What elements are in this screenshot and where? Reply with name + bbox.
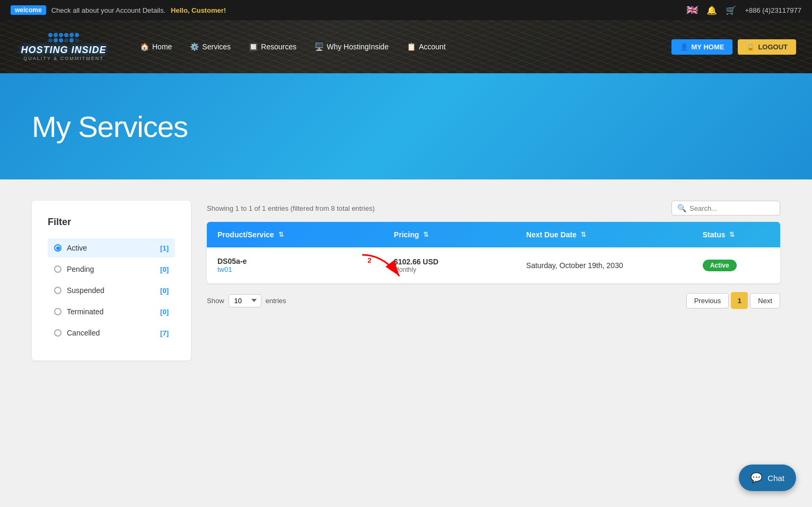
- price: $102.66 USD: [394, 257, 439, 266]
- td-due-date: Saturday, October 19th, 2030: [516, 247, 692, 283]
- td-status: Active: [692, 247, 780, 283]
- search-icon: 🔍: [677, 204, 686, 212]
- td-pricing: 2 $102.66 USD Monthly: [383, 247, 516, 283]
- nav-item-home[interactable]: 🏠 Home: [133, 39, 179, 54]
- price-period: Monthly: [394, 266, 505, 273]
- filter-item-active[interactable]: Active [1]: [48, 238, 175, 257]
- nav-item-why[interactable]: 🖥️ Why HostingInside: [307, 39, 396, 54]
- account-icon: 📋: [407, 42, 416, 51]
- pagination-buttons: Previous 1 Next: [686, 292, 780, 309]
- logo-dot: [75, 33, 79, 37]
- filter-item-suspended[interactable]: Suspended [0]: [48, 281, 175, 300]
- table-row[interactable]: DS05a-e tw01: [207, 247, 780, 283]
- logo-subtext: QUALITY & COMMITMENT: [23, 56, 103, 61]
- th-pricing[interactable]: Pricing ⇅: [383, 222, 516, 247]
- nav-item-account[interactable]: 📋 Account: [399, 39, 453, 54]
- th-pricing-label: Pricing: [394, 230, 419, 239]
- bell-icon[interactable]: 🔔: [706, 5, 717, 15]
- filter-count-suspended: [0]: [160, 287, 169, 295]
- logo-dot: [64, 33, 68, 37]
- th-status-label: Status: [703, 230, 726, 239]
- home-icon: 🏠: [140, 42, 149, 51]
- sort-icon-due: ⇅: [581, 231, 586, 238]
- nav-label-services: Services: [202, 42, 231, 51]
- pagination-row: Show 10 25 50 100 entries Previous 1 Nex…: [207, 292, 780, 309]
- search-input[interactable]: [689, 204, 774, 212]
- table-area: Showing 1 to 1 of 1 entries (filtered fr…: [207, 201, 780, 309]
- logo-dot: [59, 33, 63, 37]
- nav-item-services[interactable]: ⚙️ Services: [182, 39, 238, 54]
- status-badge: Active: [703, 260, 737, 271]
- table-head: Product/Service ⇅ Pricing ⇅ Next Due Dat…: [207, 222, 780, 247]
- filter-count-cancelled: [7]: [160, 329, 169, 337]
- radio-pending: [54, 265, 62, 273]
- filter-title: Filter: [48, 217, 175, 228]
- page-number-1[interactable]: 1: [731, 292, 748, 309]
- radio-active: [54, 244, 62, 252]
- filter-item-left: Suspended: [54, 286, 104, 295]
- hero-section: My Services: [0, 73, 812, 179]
- page-title: My Services: [32, 109, 188, 144]
- filter-label-active: Active: [67, 244, 87, 252]
- nav-item-resources[interactable]: 🔲 Resources: [241, 39, 304, 54]
- showing-text: Showing 1 to 1 of 1 entries (filtered fr…: [207, 204, 375, 212]
- logo-dot: [69, 33, 74, 37]
- welcome-badge: welcome: [11, 5, 46, 15]
- logo-dots: [48, 33, 79, 42]
- sort-icon-product: ⇅: [278, 231, 284, 238]
- logo-dot: [69, 38, 74, 42]
- hello-customer-link[interactable]: Hello, Customer!: [171, 6, 226, 14]
- my-home-label: MY HOME: [692, 43, 724, 51]
- th-product[interactable]: Product/Service ⇅: [207, 222, 383, 247]
- filter-label-cancelled: Cancelled: [67, 329, 100, 337]
- th-product-label: Product/Service: [217, 230, 274, 239]
- flag-icon[interactable]: 🇬🇧: [686, 4, 698, 16]
- filter-count-terminated: [0]: [160, 308, 169, 316]
- filter-label-terminated: Terminated: [67, 307, 103, 316]
- logo-dot: [54, 38, 58, 42]
- logout-button[interactable]: 🔒 LOGOUT: [738, 39, 796, 55]
- sort-icon-status: ⇅: [729, 231, 735, 238]
- data-table: Product/Service ⇅ Pricing ⇅ Next Due Dat…: [207, 222, 780, 283]
- next-button[interactable]: Next: [750, 293, 780, 308]
- td-product: DS05a-e tw01: [207, 247, 383, 283]
- filter-item-terminated[interactable]: Terminated [0]: [48, 302, 175, 321]
- logo[interactable]: HOSTING INSIDE QUALITY & COMMITMENT: [16, 33, 111, 61]
- filter-label-pending: Pending: [67, 265, 94, 273]
- nav-label-why: Why HostingInside: [327, 42, 389, 51]
- filter-item-left: Pending: [54, 265, 94, 273]
- main-nav: 🏠 Home ⚙️ Services 🔲 Resources 🖥️ Why Ho…: [133, 39, 671, 54]
- table-header-row: Showing 1 to 1 of 1 entries (filtered fr…: [207, 201, 780, 216]
- header-content: HOSTING INSIDE QUALITY & COMMITMENT 🏠 Ho…: [0, 33, 812, 61]
- cart-icon[interactable]: 🛒: [726, 5, 736, 15]
- due-date-text: Saturday, October 19th, 2030: [526, 261, 682, 270]
- filter-label-suspended: Suspended: [67, 286, 104, 295]
- my-home-button[interactable]: 👤 MY HOME: [671, 39, 733, 55]
- nav-label-home: Home: [152, 42, 172, 51]
- entries-select[interactable]: 10 25 50 100: [229, 294, 261, 307]
- radio-cancelled: [54, 329, 62, 337]
- service-id[interactable]: tw01: [217, 265, 373, 273]
- user-icon: 👤: [680, 43, 688, 51]
- phone-number: +886 (4)23117977: [745, 6, 801, 14]
- logo-dot: [75, 38, 79, 42]
- nav-label-resources: Resources: [261, 42, 296, 51]
- logo-dot: [48, 38, 53, 42]
- show-label: Show: [207, 297, 224, 305]
- filter-item-cancelled[interactable]: Cancelled [7]: [48, 323, 175, 342]
- th-due-date[interactable]: Next Due Date ⇅: [516, 222, 692, 247]
- lock-icon: 🔒: [746, 43, 755, 51]
- service-name: DS05a-e: [217, 257, 373, 265]
- filter-item-pending[interactable]: Pending [0]: [48, 260, 175, 279]
- top-bar: welcome Check all about your Account Det…: [0, 0, 812, 20]
- logo-text: HOSTING INSIDE: [21, 45, 106, 56]
- sort-icon-pricing: ⇅: [423, 231, 429, 238]
- filter-item-left: Terminated: [54, 307, 103, 316]
- nav-label-account: Account: [419, 42, 446, 51]
- search-box: 🔍: [671, 201, 780, 216]
- logo-dot: [48, 33, 53, 37]
- prev-button[interactable]: Previous: [686, 293, 729, 308]
- logout-label: LOGOUT: [758, 43, 788, 51]
- entries-label: entries: [266, 297, 286, 305]
- th-status[interactable]: Status ⇅: [692, 222, 780, 247]
